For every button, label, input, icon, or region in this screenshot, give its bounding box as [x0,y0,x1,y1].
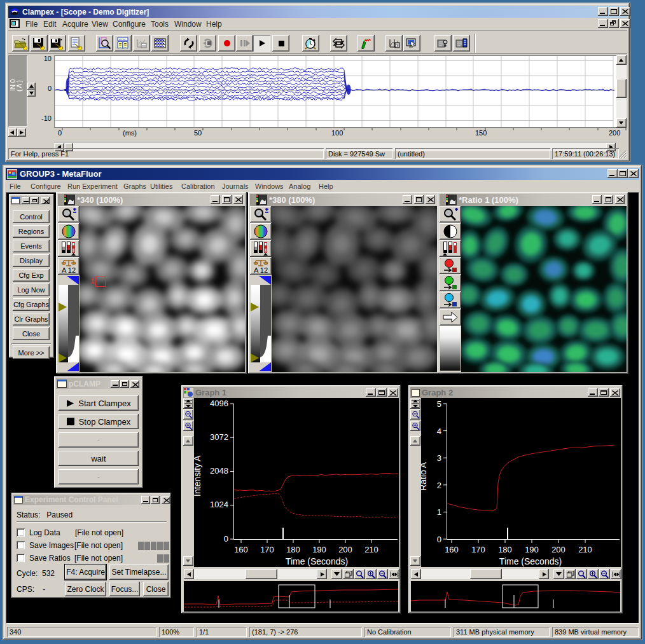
svg-text:160: 160 [234,545,248,554]
svg-text:4: 4 [437,427,441,436]
svg-text:5: 5 [437,399,441,409]
svg-text:2048: 2048 [210,466,228,476]
svg-text:4096: 4096 [210,399,228,408]
svg-text:190: 190 [312,545,326,554]
svg-text:210: 210 [578,545,592,554]
svg-text:1: 1 [437,507,441,517]
svg-text:0: 0 [437,535,441,544]
svg-text:160: 160 [445,545,459,554]
svg-text:170: 170 [471,545,485,554]
svg-text:190: 190 [525,545,539,554]
svg-text:210: 210 [364,545,378,554]
svg-text:Intensity A: Intensity A [194,455,202,497]
svg-text:Time (Seconds): Time (Seconds) [286,556,348,566]
svg-text:180: 180 [498,545,512,554]
svg-text:200: 200 [551,545,565,554]
svg-text:2: 2 [437,481,441,490]
svg-text:Time (Seconds): Time (Seconds) [499,556,562,566]
svg-text:200: 200 [338,545,352,554]
svg-text:180: 180 [286,545,300,554]
svg-text:0: 0 [224,534,228,544]
svg-text:Ratio A: Ratio A [421,462,428,491]
svg-text:170: 170 [260,545,274,554]
svg-text:1024: 1024 [210,500,228,509]
svg-text:3072: 3072 [210,432,228,442]
svg-text:3: 3 [437,453,441,463]
